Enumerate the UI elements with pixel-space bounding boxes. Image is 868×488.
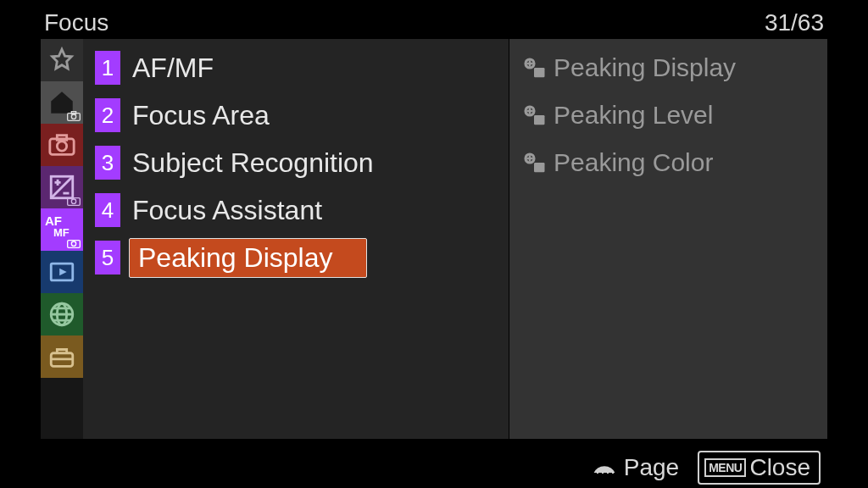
svg-point-5: [57, 141, 66, 151]
submenu-label: Peaking Level: [554, 101, 713, 130]
submenu-label: Peaking Display: [554, 53, 736, 82]
menu-label: Subject Recognition: [132, 147, 374, 179]
sidebar-tab-favorites[interactable]: [41, 39, 83, 81]
submenu-item-peaking-level[interactable]: Peaking Level: [518, 92, 819, 139]
camera-icon: [47, 130, 76, 159]
star-icon: [47, 46, 76, 75]
submenu-label: Peaking Color: [554, 148, 713, 177]
sidebar-tab-focus[interactable]: AFMF: [41, 208, 83, 251]
menu-item-af-mf[interactable]: 1 AF/MF: [83, 44, 509, 92]
submenu-item-peaking-color[interactable]: Peaking Color: [518, 139, 819, 186]
sidebar-tab-network[interactable]: [41, 293, 83, 336]
svg-rect-20: [534, 163, 545, 172]
close-label: Close: [749, 454, 810, 481]
menu-number: 3: [95, 146, 120, 180]
submenu-item-peaking-display[interactable]: Peaking Display: [518, 44, 819, 92]
menu-number: 2: [95, 98, 120, 132]
camera-overlay-icon: [67, 111, 81, 121]
settings-group-icon: [521, 103, 547, 128]
sidebar-tab-main[interactable]: [41, 81, 83, 124]
page-dial-hint: Page: [590, 454, 679, 481]
menu-item-peaking-display[interactable]: 5 Peaking Display: [83, 234, 509, 281]
menu-label: Peaking Display: [138, 242, 332, 273]
sidebar-tab-exposure[interactable]: [41, 166, 83, 208]
close-button[interactable]: MENU Close: [698, 451, 821, 485]
menu-number: 1: [95, 51, 120, 85]
footer: Page MENU Close: [41, 447, 827, 488]
menu-item-focus-assistant[interactable]: 4 Focus Assistant: [83, 186, 509, 234]
settings-group-icon: [521, 150, 547, 175]
header: Focus 31/63: [41, 7, 827, 39]
menu-item-focus-area[interactable]: 2 Focus Area: [83, 92, 509, 139]
menu-label: Focus Assistant: [132, 195, 322, 226]
sidebar: AFMF: [41, 39, 83, 439]
dial-icon: [590, 458, 619, 477]
page-label: Page: [624, 454, 679, 481]
menu-column: 1 AF/MF 2 Focus Area 3 Subject Recogniti…: [83, 39, 509, 439]
menu-label: AF/MF: [132, 53, 214, 84]
svg-rect-16: [534, 68, 545, 77]
menu-item-subject-recognition[interactable]: 3 Subject Recognition: [83, 139, 509, 186]
globe-icon: [47, 300, 76, 329]
sidebar-tab-setup[interactable]: [41, 336, 83, 378]
camera-overlay-icon: [67, 238, 81, 248]
menu-number: 5: [95, 241, 120, 274]
sidebar-tab-playback[interactable]: [41, 251, 83, 293]
menu-badge: MENU: [704, 458, 746, 477]
play-icon: [47, 258, 76, 286]
camera-overlay-icon: [67, 196, 81, 206]
menu-label: Focus Area: [132, 100, 270, 131]
settings-group-icon: [521, 55, 547, 80]
toolbox-icon: [47, 342, 76, 371]
sidebar-tab-shooting[interactable]: [41, 124, 83, 166]
svg-point-10: [71, 241, 75, 246]
submenu-column: Peaking Display Peaking Level Peaking Co…: [509, 39, 827, 439]
svg-point-8: [71, 199, 75, 203]
svg-rect-18: [534, 115, 545, 125]
page-title: Focus: [44, 9, 108, 36]
menu-number: 4: [95, 193, 120, 227]
svg-point-2: [71, 114, 75, 119]
afmf-icon: AFMF: [45, 215, 62, 238]
page-counter: 31/63: [765, 9, 824, 36]
